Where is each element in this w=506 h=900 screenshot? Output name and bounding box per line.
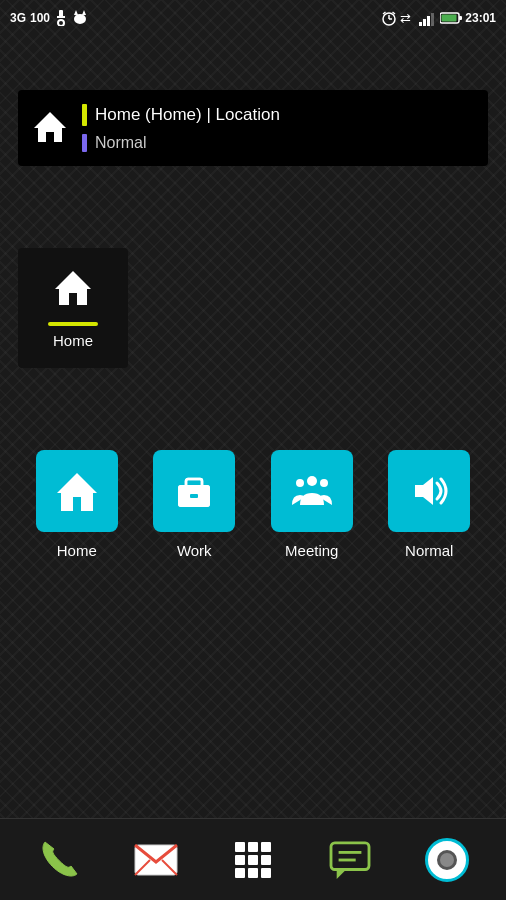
notif-purple-bar [82,134,87,152]
svg-rect-25 [186,479,202,487]
svg-point-2 [58,20,64,26]
dock-sms[interactable] [320,830,380,890]
svg-rect-12 [419,22,422,26]
apps-grid-icon [234,841,272,879]
home-widget-bar [48,322,98,326]
dock-apps[interactable] [223,830,283,890]
svg-marker-30 [415,477,433,505]
home-widget-icon [53,267,93,316]
notif-title-row: Home (Home) | Location [82,104,280,126]
svg-marker-19 [34,112,66,142]
profile-icon-box-home [36,450,118,532]
status-battery-pct: 100 [30,11,50,25]
svg-rect-35 [248,842,258,852]
svg-marker-21 [57,473,97,511]
profile-icon-box-meeting [271,450,353,532]
svg-rect-18 [442,15,457,22]
svg-rect-15 [431,13,434,26]
notif-subtitle-row: Normal [82,134,280,152]
alarm-icon [381,10,397,26]
status-bar: 3G 100 ⇄ [0,0,506,36]
svg-rect-41 [248,868,258,878]
status-left: 3G 100 [10,10,88,26]
battery-icon [440,11,462,25]
work-profile-icon [172,469,216,513]
profile-item-home[interactable]: Home [36,450,118,559]
status-time: 23:01 [465,11,496,25]
svg-point-28 [296,479,304,487]
svg-rect-14 [427,16,430,26]
svg-rect-36 [261,842,271,852]
phone-icon [37,838,81,882]
svg-rect-26 [190,494,198,498]
profile-icon-box-work [153,450,235,532]
cat-icon [72,10,88,26]
svg-rect-38 [248,855,258,865]
meeting-profile-icon [290,469,334,513]
svg-rect-43 [331,842,369,869]
svg-rect-17 [459,16,462,20]
status-right: ⇄ 23:01 [381,10,496,26]
svg-point-3 [74,14,86,24]
home-profile-icon [55,469,99,513]
svg-rect-42 [261,868,271,878]
svg-marker-5 [82,10,86,15]
svg-rect-37 [235,855,245,865]
svg-rect-39 [261,855,271,865]
profile-icon-box-normal [388,450,470,532]
notif-home-icon [32,108,68,151]
camera-icon [425,838,469,882]
notif-yellow-bar [82,104,87,126]
profile-item-normal[interactable]: Normal [388,450,470,559]
notification-card: Home (Home) | Location Normal [18,90,488,166]
home-widget-label: Home [53,332,93,349]
svg-rect-1 [57,16,65,18]
profile-label-home: Home [57,542,97,559]
svg-point-27 [307,476,317,486]
svg-point-29 [320,479,328,487]
profile-icons-row: Home Work [0,450,506,559]
status-3g: 3G [10,11,26,25]
profile-item-work[interactable]: Work [153,450,235,559]
svg-marker-20 [55,271,91,305]
notif-subtitle: Normal [95,134,147,152]
profile-label-normal: Normal [405,542,453,559]
sms-icon [329,841,371,879]
dock-phone[interactable] [29,830,89,890]
camera-lens [437,850,457,870]
usb-icon [54,10,68,26]
svg-marker-4 [74,10,78,15]
svg-rect-40 [235,868,245,878]
notif-title: Home (Home) | Location [95,105,280,125]
home-profile-widget[interactable]: Home [18,248,128,368]
mail-icon [134,844,178,876]
svg-rect-34 [235,842,245,852]
svg-text:⇄: ⇄ [400,11,411,26]
bottom-dock [0,818,506,900]
profile-item-meeting[interactable]: Meeting [271,450,353,559]
dock-camera[interactable] [417,830,477,890]
normal-profile-icon [407,469,451,513]
signal-icon [419,10,437,26]
notif-content: Home (Home) | Location Normal [82,104,280,152]
sync-icon: ⇄ [400,10,416,26]
profile-label-work: Work [177,542,212,559]
profile-label-meeting: Meeting [285,542,338,559]
svg-rect-13 [423,19,426,26]
dock-mail[interactable] [126,830,186,890]
